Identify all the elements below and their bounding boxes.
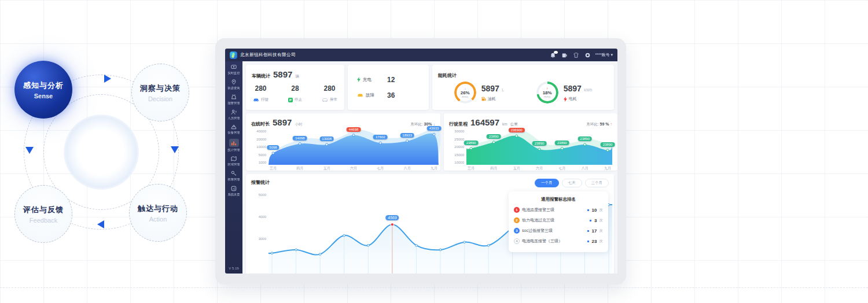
rank-badge: 4 bbox=[514, 238, 520, 244]
sidebar-item-system-settings[interactable]: 系统设置 bbox=[227, 186, 240, 197]
center-glow-circle bbox=[64, 114, 139, 190]
node-title: 感知与分析 bbox=[23, 80, 64, 91]
tab-three-months[interactable]: 三个月 bbox=[585, 179, 609, 187]
monitor-frame: 北京新锐科创科技有限公司 ****账号 ▾ 实时监控 轨迹查询 报 bbox=[215, 38, 626, 284]
node-title: 评估与反馈 bbox=[23, 205, 64, 215]
account-caret-icon[interactable]: ▾ bbox=[610, 53, 613, 57]
node-subtitle: Sense bbox=[34, 93, 53, 99]
sidebar-item-alarm-management[interactable]: 报警管理 bbox=[227, 94, 240, 105]
y-axis-tick: 40000 bbox=[251, 130, 266, 133]
fuel-donut-ring: ↓ 26% 月环比 bbox=[454, 82, 476, 104]
device-icon bbox=[231, 124, 237, 130]
fuel-gauge: ↓ 26% 月环比 5897 L 油耗 bbox=[454, 82, 505, 104]
y-axis-tick: 20000 bbox=[449, 145, 464, 149]
stat-driving: 280 行驶 bbox=[253, 84, 269, 102]
top-navbar: 北京新锐科创科技有限公司 ****账号 ▾ bbox=[225, 49, 617, 61]
y-axis-tick: 5000 bbox=[251, 153, 266, 157]
sidebar: 实时监控 轨迹查询 报警管理 人员管理 设备管理 统计管理 区域管理 bbox=[225, 61, 242, 274]
sidebar-item-personnel-management[interactable]: 人员管理 bbox=[227, 109, 240, 120]
x-axis-label: 八月 bbox=[400, 166, 415, 171]
bullet-icon bbox=[590, 220, 591, 221]
mileage-card: 行驶里程 164597 km 公里 月环比: 59 % ↑ 2389023890… bbox=[444, 113, 617, 171]
ranking-row: 2 动力电池过充三级 3 次 bbox=[514, 217, 603, 223]
online-hours-chart: 5098140981300844698176021893343933三月四月五月… bbox=[269, 128, 435, 165]
app-logo bbox=[230, 51, 237, 59]
data-label-pill: 23890 bbox=[464, 141, 479, 145]
node-sense: 感知与分析 Sense bbox=[14, 61, 72, 119]
arrow-top-icon bbox=[104, 75, 111, 83]
alarm-ranking-panel: 通用报警标志排名 1 电池温度报警三级 10 次 2 动力电池过充三级 3 次 bbox=[509, 191, 608, 252]
charging-row: 充电 12 bbox=[357, 76, 420, 84]
notification-bell-icon[interactable] bbox=[550, 53, 556, 58]
alarm-stats-card: 报警统计 一个月 七天 三个月 4569500040003000 通用报警标志排… bbox=[246, 174, 614, 274]
sidebar-item-permission-management[interactable]: 权限管理 bbox=[227, 171, 240, 182]
node-decision: 洞察与决策 Decision bbox=[131, 64, 189, 121]
fault-row: 故障 36 bbox=[357, 91, 420, 99]
y-axis-tick: 10000 bbox=[449, 161, 464, 164]
sidebar-item-track-query[interactable]: 轨迹查询 bbox=[227, 79, 240, 90]
key-icon bbox=[231, 171, 237, 176]
main-content: 车辆统计 5897 辆 280 行驶 28 P bbox=[242, 61, 617, 274]
fuel-pump-icon bbox=[481, 97, 486, 101]
car-abnormal-icon bbox=[322, 98, 328, 102]
data-label-pill: 5098 bbox=[267, 145, 279, 150]
x-axis-label: 九月 bbox=[426, 166, 442, 171]
vehicle-stats-card: 车辆统计 5897 辆 280 行驶 28 P bbox=[246, 65, 344, 110]
x-axis-label: 六月 bbox=[346, 166, 361, 171]
sidebar-item-statistics-management[interactable]: 统计管理 bbox=[227, 139, 240, 152]
tab-one-month[interactable]: 一个月 bbox=[535, 179, 559, 187]
decorative-dashed-line bbox=[0, 287, 868, 288]
account-label[interactable]: ****账号 bbox=[595, 52, 610, 58]
theme-icon[interactable] bbox=[573, 53, 579, 58]
energy-stats-card: 能耗统计 ↓ 26% 月环比 5897 L bbox=[432, 65, 614, 110]
data-label-pill: 23890 bbox=[532, 141, 547, 146]
lightning-red-icon bbox=[564, 97, 567, 102]
arrow-right-icon bbox=[171, 146, 179, 153]
y-axis-tick: 10000 bbox=[251, 145, 266, 149]
x-axis-label: 三月 bbox=[464, 166, 479, 171]
monitor-icon bbox=[231, 65, 237, 70]
card-title: 能耗统计 bbox=[438, 73, 457, 78]
rank-badge: 2 bbox=[514, 217, 520, 223]
node-subtitle: Action bbox=[149, 216, 167, 223]
x-axis-label: 四月 bbox=[292, 166, 307, 171]
vehicle-total: 5897 bbox=[273, 69, 292, 79]
mom-indicator: 月环比: 59 % ↑ bbox=[586, 122, 612, 127]
x-axis-label: 九月 bbox=[600, 166, 615, 171]
parking-icon: P bbox=[288, 98, 293, 102]
highlight-value-pill: 4569 bbox=[385, 215, 399, 220]
arrow-bottom-icon bbox=[97, 220, 104, 228]
message-icon[interactable] bbox=[562, 53, 567, 58]
globe-icon[interactable] bbox=[585, 53, 590, 58]
node-subtitle: Feedback bbox=[30, 217, 57, 224]
down-arrow-icon: ↓ bbox=[433, 122, 436, 126]
y-axis-tick: 15000 bbox=[449, 153, 464, 157]
app-version: V 5.19 bbox=[229, 267, 238, 274]
x-axis-label: 六月 bbox=[532, 166, 547, 171]
tab-seven-days[interactable]: 七天 bbox=[562, 179, 582, 187]
x-axis-label: 四月 bbox=[486, 166, 501, 171]
y-axis-tick: 20000 bbox=[251, 138, 266, 141]
car-icon bbox=[253, 98, 259, 102]
car-fault-icon bbox=[357, 93, 363, 97]
stats-chart-icon bbox=[229, 139, 239, 147]
node-action: 触达与行动 Action bbox=[129, 184, 187, 242]
stat-stopped: 28 P 停止 bbox=[288, 84, 302, 102]
dashboard-screen: 北京新锐科创科技有限公司 ****账号 ▾ 实时监控 轨迹查询 报 bbox=[225, 49, 617, 274]
sidebar-item-realtime-monitor[interactable]: 实时监控 bbox=[227, 65, 240, 75]
sidebar-item-region-management[interactable]: 区域管理 bbox=[227, 156, 240, 167]
sidebar-item-device-management[interactable]: 设备管理 bbox=[227, 124, 240, 135]
data-label-pill: 18933 bbox=[400, 133, 414, 138]
node-subtitle: Decision bbox=[148, 95, 172, 102]
x-axis-label: 五月 bbox=[509, 166, 524, 171]
data-label-pill: 236900 bbox=[509, 128, 525, 132]
data-label-pill: 23890 bbox=[578, 136, 592, 141]
x-axis-label: 七月 bbox=[373, 166, 388, 171]
y-axis-tick: 4000 bbox=[251, 215, 266, 219]
node-feedback: 评估与反馈 Feedback bbox=[14, 185, 72, 243]
range-tabs: 一个月 七天 三个月 bbox=[535, 179, 609, 187]
mileage-chart: 238902389023690023890238902389023890三月四月… bbox=[466, 128, 612, 165]
y-axis-tick: 5000 bbox=[251, 193, 266, 197]
cycle-diagram: 感知与分析 Sense 洞察与决策 Decision 评估与反馈 Feedbac… bbox=[12, 55, 197, 246]
bullet-icon bbox=[587, 241, 589, 242]
